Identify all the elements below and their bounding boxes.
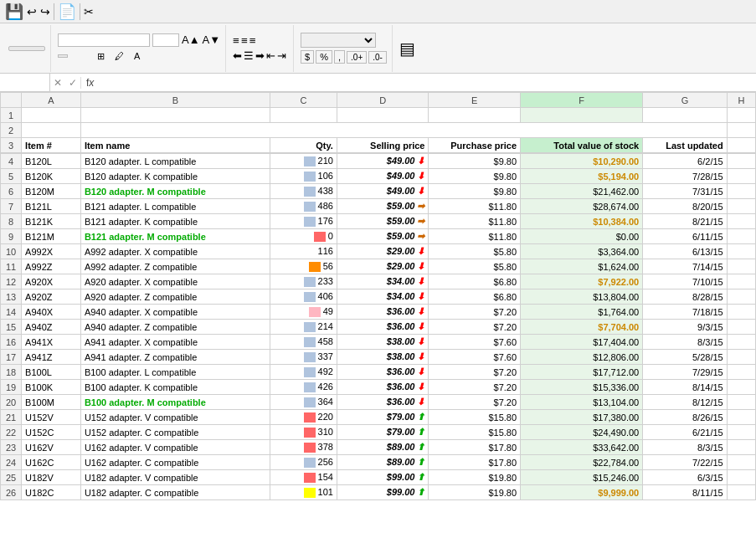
row-header[interactable]: 9 [1, 229, 22, 244]
row-header[interactable]: 4 [1, 154, 22, 169]
cell-purchase-price[interactable]: $19.80 [429, 485, 521, 500]
cell-qty[interactable]: 116 [270, 244, 337, 259]
cell-item[interactable]: U182V [22, 470, 81, 485]
cell-sell-price[interactable]: $59.00 ➡ [337, 199, 429, 214]
cell-d3-sell[interactable]: Selling price [337, 138, 429, 153]
cell-sell-price[interactable]: $34.00 ⬇ [337, 289, 429, 305]
cell-h[interactable] [727, 455, 755, 470]
cell-name[interactable]: A941 adapter. X compatible [80, 335, 270, 350]
cell-purchase-price[interactable]: $7.20 [429, 380, 521, 395]
cell-purchase-price[interactable]: $6.80 [429, 289, 521, 305]
cell-purchase-price[interactable]: $11.80 [429, 229, 521, 244]
cell-h[interactable] [727, 335, 755, 350]
cell-c1[interactable] [270, 108, 337, 123]
cell-a2[interactable] [22, 123, 81, 138]
cell-e1[interactable] [429, 108, 521, 123]
row-header[interactable]: 17 [1, 350, 22, 365]
cell-last-updated[interactable]: 5/28/15 [643, 350, 727, 365]
cell-name[interactable]: U182 adapter. V compatible [80, 470, 270, 485]
cell-total-value[interactable]: $17,380.00 [521, 410, 643, 425]
cell-total-value[interactable]: $1,764.00 [521, 305, 643, 320]
cell-last-updated[interactable]: 8/21/15 [643, 214, 727, 229]
cell-qty[interactable]: 0 [270, 229, 337, 244]
cell-total-value[interactable]: $15,246.00 [521, 470, 643, 485]
cell-qty[interactable]: 492 [270, 365, 337, 380]
align-top-button[interactable]: ≡ [233, 34, 239, 47]
cell-item[interactable]: U152V [22, 410, 81, 425]
cell-total-value[interactable]: $33,642.00 [521, 440, 643, 455]
cell-purchase-price[interactable]: $7.60 [429, 350, 521, 365]
cell-h[interactable] [727, 199, 755, 214]
cell-qty[interactable]: 364 [270, 395, 337, 410]
cell-purchase-price[interactable]: $5.80 [429, 259, 521, 274]
cell-item[interactable]: U152C [22, 425, 81, 440]
cell-last-updated[interactable]: 8/20/15 [643, 199, 727, 214]
cell-sell-price[interactable]: $36.00 ⬇ [337, 320, 429, 335]
cell-sell-price[interactable]: $49.00 ⬇ [337, 169, 429, 184]
cell-total-value[interactable]: $0.00 [521, 229, 643, 244]
cell-purchase-price[interactable]: $11.80 [429, 199, 521, 214]
cell-h[interactable] [727, 154, 755, 169]
cell-last-updated[interactable]: 7/10/15 [643, 274, 727, 289]
cell-item[interactable]: B120M [22, 184, 81, 199]
cell-h3[interactable] [727, 138, 755, 153]
cell-last-updated[interactable]: 7/14/15 [643, 259, 727, 274]
percent-button[interactable]: % [316, 50, 332, 64]
col-header-h[interactable]: H [727, 93, 755, 108]
cell-last-updated[interactable]: 7/31/15 [643, 184, 727, 199]
cell-h[interactable] [727, 244, 755, 259]
font-size-input[interactable] [152, 33, 179, 47]
cell-sell-price[interactable]: $89.00 ⬆ [337, 455, 429, 470]
cell-purchase-price[interactable]: $9.80 [429, 184, 521, 199]
cell-sell-price[interactable]: $36.00 ⬇ [337, 395, 429, 410]
row-header[interactable]: 22 [1, 425, 22, 440]
cell-name[interactable]: B120 adapter. M compatible [80, 184, 270, 199]
cell-total-value[interactable]: $7,922.00 [521, 274, 643, 289]
row-header[interactable]: 21 [1, 410, 22, 425]
cell-purchase-price[interactable]: $7.20 [429, 395, 521, 410]
cell-name[interactable]: B100 adapter. L compatible [80, 365, 270, 380]
cell-item[interactable]: U162C [22, 455, 81, 470]
cell-purchase-price[interactable]: $11.80 [429, 214, 521, 229]
cell-b2[interactable] [80, 123, 727, 138]
font-color-button[interactable]: A [130, 49, 144, 63]
cell-total-value[interactable]: $5,194.00 [521, 169, 643, 184]
cell-name[interactable]: U162 adapter. C compatible [80, 455, 270, 470]
cell-item[interactable]: B121M [22, 229, 81, 244]
cell-sell-price[interactable]: $29.00 ⬇ [337, 259, 429, 274]
cell-h1[interactable] [727, 108, 755, 123]
cell-last-updated[interactable]: 6/13/15 [643, 244, 727, 259]
cell-qty[interactable]: 101 [270, 485, 337, 500]
dollar-button[interactable]: $ [301, 50, 314, 64]
row-header[interactable]: 16 [1, 335, 22, 350]
cell-total-value[interactable]: $1,624.00 [521, 259, 643, 274]
cell-total-value[interactable]: $12,806.00 [521, 350, 643, 365]
cell-name[interactable]: A940 adapter. Z compatible [80, 320, 270, 335]
cell-name[interactable]: B121 adapter. K compatible [80, 214, 270, 229]
cell-qty[interactable]: 486 [270, 199, 337, 214]
cell-qty[interactable]: 106 [270, 169, 337, 184]
font-name-input[interactable] [58, 33, 150, 47]
cell-sell-price[interactable]: $89.00 ⬆ [337, 440, 429, 455]
cell-sell-price[interactable]: $79.00 ⬆ [337, 425, 429, 440]
cell-name[interactable]: B121 adapter. M compatible [80, 229, 270, 244]
cell-last-updated[interactable]: 7/22/15 [643, 455, 727, 470]
cell-total-value[interactable]: $24,490.00 [521, 425, 643, 440]
row-header[interactable]: 5 [1, 169, 22, 184]
col-header-d[interactable]: D [337, 93, 429, 108]
number-format-select[interactable] [301, 33, 376, 48]
cell-total-value[interactable]: $9,999.00 [521, 485, 643, 500]
cell-name[interactable]: A941 adapter. Z compatible [80, 350, 270, 365]
cell-a1[interactable] [22, 108, 81, 123]
cell-name[interactable]: A940 adapter. X compatible [80, 305, 270, 320]
align-middle-button[interactable]: ≡ [241, 34, 248, 47]
cell-qty[interactable]: 56 [270, 259, 337, 274]
bold-button[interactable] [58, 54, 68, 58]
align-bottom-button[interactable]: ≡ [249, 34, 256, 47]
cell-total-value[interactable]: $17,404.00 [521, 335, 643, 350]
cell-total-value[interactable]: $10,384.00 [521, 214, 643, 229]
col-header-c[interactable]: C [270, 93, 337, 108]
cell-total-value[interactable]: $22,784.00 [521, 455, 643, 470]
cell-item[interactable]: A940Z [22, 320, 81, 335]
cell-qty[interactable]: 210 [270, 154, 337, 169]
